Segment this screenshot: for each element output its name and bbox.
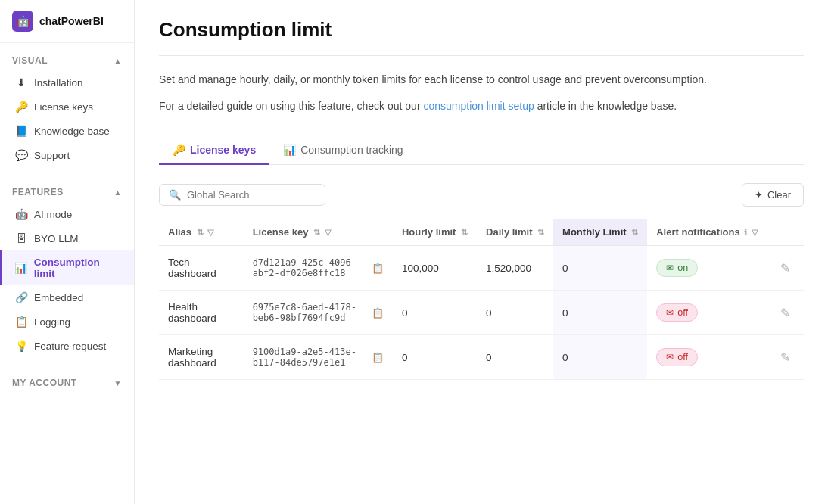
daily-limit-column-label: Daily limit: [486, 226, 532, 238]
alias-cell: Tech dashboard: [159, 246, 244, 291]
daily-limit-sort-icon[interactable]: ⇅: [537, 228, 544, 237]
alert-status-label: off: [677, 307, 688, 318]
visual-chevron-icon: ▲: [114, 57, 122, 65]
alert-info-icon: ℹ: [744, 228, 747, 237]
clear-label: Clear: [767, 189, 791, 201]
sidebar-item-support[interactable]: 💬 Support: [0, 143, 134, 167]
sidebar-item-label: License keys: [34, 101, 93, 113]
edit-icon[interactable]: ✎: [776, 350, 795, 366]
monthly-limit-cell: 0: [553, 246, 647, 291]
license-key-value: 9100d1a9-a2e5-413e-b117-84de5797e1e1: [253, 347, 368, 368]
copy-icon[interactable]: 📋: [372, 352, 384, 363]
logo-icon: 🤖: [12, 11, 33, 32]
visual-section-header[interactable]: Visual ▲: [0, 51, 134, 70]
sidebar-item-embedded[interactable]: 🔗 Embedded: [0, 285, 134, 310]
byo-llm-icon: 🗄: [14, 232, 28, 244]
sidebar-item-label: AI mode: [34, 209, 72, 220]
hourly-limit-column-label: Hourly limit: [402, 226, 456, 238]
edit-icon[interactable]: ✎: [776, 260, 795, 276]
clear-button[interactable]: ✦ Clear: [742, 183, 804, 207]
knowledge-base-icon: 📘: [14, 125, 28, 137]
tab-consumption-tracking-label: Consumption tracking: [300, 144, 403, 156]
support-icon: 💬: [14, 149, 28, 161]
search-input[interactable]: [187, 189, 316, 201]
features-chevron-icon: ▲: [114, 188, 122, 197]
features-section-label: Features: [12, 187, 64, 198]
license-keys-table: Alias ⇅ ▽ License key ⇅ ▽ Hourly limit ⇅…: [159, 219, 804, 380]
knowledge-base-link[interactable]: consumption limit setup: [423, 100, 534, 112]
alert-badge-on[interactable]: ✉ on: [656, 259, 698, 277]
features-section-header[interactable]: Features ▲: [0, 182, 134, 202]
hourly-limit-cell: 0: [393, 335, 477, 380]
my-account-section-header[interactable]: My account ▼: [0, 373, 134, 393]
license-key-column-header: License key ⇅ ▽: [244, 219, 393, 246]
sidebar-item-label: Installation: [34, 77, 83, 89]
license-key-value: 6975e7c8-6aed-4178-beb6-98bf7694fc9d: [253, 302, 368, 323]
copy-icon[interactable]: 📋: [372, 263, 384, 274]
app-name: chatPowerBI: [39, 15, 104, 27]
license-key-sort-icon[interactable]: ⇅: [313, 228, 320, 237]
alert-badge-off[interactable]: ✉ off: [656, 303, 698, 322]
license-key-filter-icon[interactable]: ▽: [325, 228, 331, 237]
alias-cell: Marketing dashboard: [159, 335, 244, 380]
sidebar-item-label: BYO LLM: [34, 233, 79, 244]
table-row: Marketing dashboard 9100d1a9-a2e5-413e-b…: [159, 335, 804, 380]
sidebar-item-ai-mode[interactable]: 🤖 AI mode: [0, 202, 134, 226]
alias-filter-icon[interactable]: ▽: [207, 228, 213, 237]
sidebar-item-byo-llm[interactable]: 🗄 BYO LLM: [0, 226, 134, 250]
sidebar-item-knowledge-base[interactable]: 📘 Knowledge base: [0, 119, 134, 143]
sidebar-item-consumption-limit[interactable]: 📊 Consumption limit: [0, 250, 134, 285]
email-icon: ✉: [666, 352, 674, 362]
license-key-cell: 6975e7c8-6aed-4178-beb6-98bf7694fc9d 📋: [244, 291, 393, 335]
table-row: Tech dashboard d7d121a9-425c-4096-abf2-d…: [159, 246, 804, 291]
sidebar-item-label: Feature request: [34, 341, 106, 352]
tab-license-keys-label: License keys: [190, 144, 256, 156]
daily-limit-cell: 1,520,000: [477, 246, 553, 291]
alert-notifications-column-label: Alert notifications: [656, 226, 740, 238]
monthly-limit-sort-icon[interactable]: ⇅: [631, 228, 638, 237]
search-box[interactable]: 🔍: [159, 184, 325, 206]
sidebar-item-logging[interactable]: 📋 Logging: [0, 310, 134, 334]
daily-limit-column-header: Daily limit ⇅: [477, 219, 553, 246]
alias-sort-icon[interactable]: ⇅: [197, 228, 204, 237]
consumption-limit-icon: 📊: [14, 262, 28, 274]
sidebar-item-label: Support: [34, 150, 70, 161]
sidebar-item-label: Knowledge base: [34, 126, 110, 137]
logging-icon: 📋: [14, 316, 28, 328]
edit-icon[interactable]: ✎: [776, 305, 795, 321]
alert-filter-icon[interactable]: ▽: [752, 228, 758, 237]
alert-status-label: on: [677, 263, 688, 273]
ai-mode-icon: 🤖: [14, 208, 28, 220]
alias-column-header: Alias ⇅ ▽: [159, 219, 244, 246]
sidebar: 🤖 chatPowerBI Visual ▲ ⬇ Installation 🔑 …: [0, 0, 135, 504]
copy-icon[interactable]: 📋: [372, 307, 384, 319]
sidebar-item-license-keys[interactable]: 🔑 License keys: [0, 95, 134, 119]
description-suffix: article in the knowledge base.: [534, 100, 677, 112]
monthly-limit-cell: 0: [553, 291, 647, 335]
email-icon: ✉: [666, 307, 674, 318]
sidebar-item-installation[interactable]: ⬇ Installation: [0, 70, 134, 95]
actions-cell: ✎: [767, 291, 804, 335]
alert-status-cell: ✉ off: [647, 291, 767, 335]
alert-status-cell: ✉ off: [647, 335, 767, 380]
hourly-limit-sort-icon[interactable]: ⇅: [461, 228, 468, 237]
tab-consumption-tracking[interactable]: 📊 Consumption tracking: [269, 136, 416, 165]
license-keys-tab-icon: 🔑: [173, 144, 185, 156]
search-icon: 🔍: [169, 189, 181, 201]
alert-status-label: off: [677, 352, 688, 362]
hourly-limit-cell: 100,000: [393, 246, 477, 291]
license-key-value: d7d121a9-425c-4096-abf2-df026e8ffc18: [253, 257, 368, 278]
app-logo: 🤖 chatPowerBI: [0, 0, 134, 43]
my-account-chevron-icon: ▼: [114, 379, 122, 387]
description-prefix: For a detailed guide on using this featu…: [159, 100, 423, 112]
hourly-limit-cell: 0: [393, 291, 477, 335]
license-key-column-label: License key: [253, 226, 309, 238]
alert-badge-off[interactable]: ✉ off: [656, 348, 698, 366]
license-keys-icon: 🔑: [14, 101, 28, 113]
alias-column-label: Alias: [168, 226, 191, 238]
actions-column-header: [767, 219, 804, 246]
tab-license-keys[interactable]: 🔑 License keys: [159, 136, 269, 165]
feature-request-icon: 💡: [14, 340, 28, 352]
page-description-2: For a detailed guide on using this featu…: [159, 98, 804, 115]
sidebar-item-feature-request[interactable]: 💡 Feature request: [0, 334, 134, 358]
